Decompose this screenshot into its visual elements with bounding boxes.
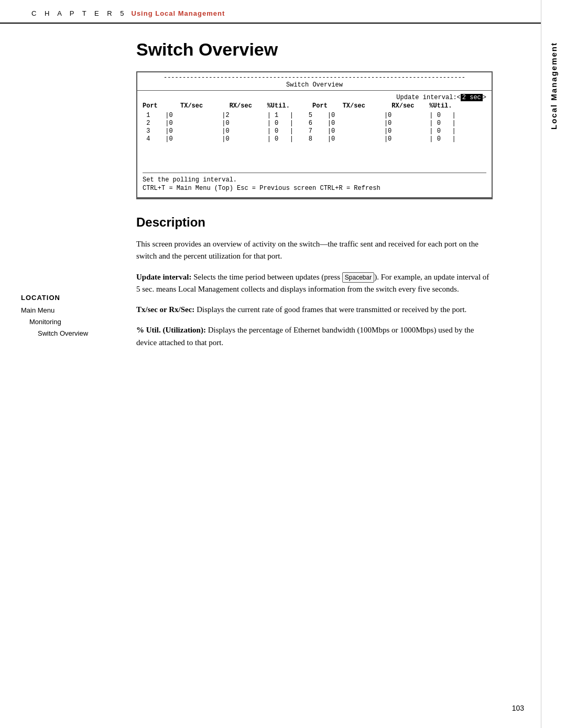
description-para4: % Util. (Utilization): Displays the perc… <box>136 324 493 349</box>
top-dash-line: ----------------------------------------… <box>164 74 465 81</box>
para2-text: Selects the time period between updates … <box>191 273 342 281</box>
table-row-4: 4 |0 |0 | 0 | 8 |0 |0 | 0 | <box>143 135 486 143</box>
description-para3: Tx/sec or Rx/Sec: Displays the current r… <box>136 304 493 316</box>
page-title: Switch Overview <box>136 39 493 60</box>
terminal-columns: Port TX/sec RX/sec %Util. Port TX/sec RX… <box>143 102 486 110</box>
txrx-term: Tx/sec or Rx/Sec: <box>136 305 194 314</box>
page-number: 103 <box>512 704 524 712</box>
terminal-body: Update interval:< 2 sec > Port TX/sec RX… <box>137 91 492 195</box>
description-title: Description <box>136 215 493 230</box>
terminal-separator <box>143 173 486 173</box>
terminal-bottom-border <box>137 197 492 198</box>
col-headers-left: Port TX/sec RX/sec %Util. Port TX/sec RX… <box>143 102 452 110</box>
update-label: Update interval:< <box>396 94 460 101</box>
polling-text: Set the polling interval. <box>143 176 237 184</box>
sidebar-label: Local Management <box>549 42 558 130</box>
update-interval-row: Update interval:< 2 sec > <box>143 94 486 101</box>
terminal-footer-commands: CTRL+T = Main Menu (Top) Esc = Previous … <box>143 185 486 192</box>
location-title: LOCATION <box>21 294 121 302</box>
update-value: 2 sec <box>461 94 483 101</box>
table-row-2: 2 |0 |0 | 0 | 6 |0 |0 | 0 | <box>143 120 486 127</box>
description-para1: This screen provides an overview of acti… <box>136 238 493 263</box>
location-sidebar: LOCATION Main Menu Monitoring Switch Ove… <box>21 294 121 339</box>
para3-text: Displays the current rate of good frames… <box>194 305 466 314</box>
table-row-3: 3 |0 |0 | 0 | 7 |0 |0 | 0 | <box>143 127 486 135</box>
chapter-label: C H A P T E R 5 <box>31 9 127 17</box>
update-interval-term: Update interval: <box>136 273 191 281</box>
chapter-title: Using Local Management <box>132 9 225 17</box>
table-row-1: 1 |0 |2 | 1 | 5 |0 |0 | 0 | <box>143 112 486 119</box>
chapter-header: C H A P T E R 5 Using Local Management <box>0 0 566 24</box>
terminal-title: Switch Overview <box>286 81 343 89</box>
terminal-spacer <box>143 143 486 168</box>
location-switch-overview: Switch Overview <box>21 328 121 339</box>
update-suffix: > <box>483 94 486 101</box>
location-monitoring: Monitoring <box>21 316 121 328</box>
terminal-footer-text: Set the polling interval. <box>143 175 486 185</box>
cmd2: Esc = Previous screen <box>237 185 316 192</box>
terminal-box: ----------------------------------------… <box>136 71 493 199</box>
description-para2: Update interval: Selects the time period… <box>136 271 493 296</box>
cmd1: CTRL+T = Main Menu (Top) <box>143 185 233 192</box>
cmd3: CTRL+R = Refresh <box>320 185 380 192</box>
right-sidebar: Local Management <box>541 0 566 728</box>
spacebar-key: Spacebar <box>342 272 374 283</box>
terminal-top-border: ----------------------------------------… <box>137 72 492 91</box>
util-term: % Util. (Utilization): <box>136 326 206 334</box>
location-main-menu: Main Menu <box>21 305 121 316</box>
